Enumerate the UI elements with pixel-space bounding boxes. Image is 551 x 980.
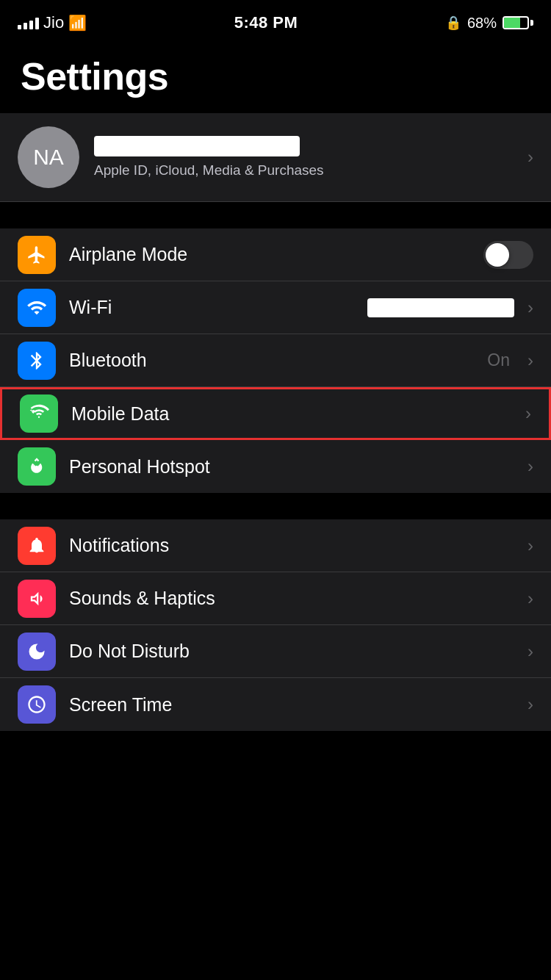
airplane-mode-toggle[interactable]: [483, 241, 533, 269]
notifications-label: Notifications: [69, 535, 514, 556]
wifi-value-bar: [367, 298, 514, 317]
personal-hotspot-label: Personal Hotspot: [69, 456, 514, 478]
carrier-name: Jio: [43, 13, 64, 32]
signal-bars: [18, 16, 39, 29]
screen-time-icon: [18, 685, 56, 724]
profile-row[interactable]: NA Apple ID, iCloud, Media & Purchases ›: [0, 113, 551, 202]
wifi-icon-setting: [18, 289, 56, 327]
do-not-disturb-chevron: ›: [527, 641, 533, 662]
do-not-disturb-icon: [18, 633, 56, 671]
airplane-mode-label: Airplane Mode: [69, 244, 470, 265]
system-group: Notifications › Sounds & Haptics › Do No…: [0, 519, 551, 731]
sounds-haptics-row[interactable]: Sounds & Haptics ›: [0, 572, 551, 625]
page-title: Settings: [21, 54, 530, 98]
mobile-data-chevron: ›: [525, 403, 531, 424]
do-not-disturb-label: Do Not Disturb: [69, 641, 514, 662]
mobile-data-icon: [20, 394, 58, 433]
signal-bar-4: [35, 18, 39, 29]
sounds-haptics-label: Sounds & Haptics: [69, 588, 514, 609]
profile-chevron: ›: [527, 147, 533, 167]
bluetooth-icon: [18, 342, 56, 380]
page-title-area: Settings: [0, 40, 551, 113]
personal-hotspot-chevron: ›: [527, 456, 533, 477]
sounds-haptics-icon: [18, 580, 56, 618]
profile-name-bar: [94, 136, 300, 156]
signal-bar-2: [24, 23, 27, 29]
personal-hotspot-icon: [18, 447, 56, 486]
toggle-thumb: [486, 243, 509, 267]
lock-icon: 🔒: [445, 15, 461, 31]
connectivity-group: Airplane Mode Wi-Fi › Bluetooth On ›: [0, 228, 551, 493]
profile-subtitle: Apple ID, iCloud, Media & Purchases: [94, 162, 513, 179]
screen-time-chevron: ›: [527, 694, 533, 715]
wifi-status-icon: 📶: [68, 14, 87, 32]
sounds-haptics-chevron: ›: [527, 588, 533, 609]
battery-icon: [503, 16, 533, 29]
bluetooth-chevron: ›: [527, 350, 533, 371]
bluetooth-row[interactable]: Bluetooth On ›: [0, 334, 551, 387]
battery-tip: [530, 20, 533, 26]
notifications-row[interactable]: Notifications ›: [0, 519, 551, 572]
spacer-1: [0, 202, 551, 228]
status-left: Jio 📶: [18, 13, 87, 32]
notifications-icon: [18, 527, 56, 565]
signal-bar-3: [29, 21, 33, 29]
battery-fill: [504, 18, 520, 28]
battery-percent: 68%: [467, 15, 497, 32]
screen-time-label: Screen Time: [69, 694, 514, 716]
mobile-data-row[interactable]: Mobile Data ›: [0, 387, 551, 440]
personal-hotspot-row[interactable]: Personal Hotspot ›: [0, 440, 551, 493]
notifications-chevron: ›: [527, 536, 533, 556]
avatar: NA: [18, 126, 79, 188]
status-right: 🔒 68%: [445, 15, 533, 32]
spacer-2: [0, 493, 551, 519]
mobile-data-label: Mobile Data: [71, 403, 512, 425]
profile-info: Apple ID, iCloud, Media & Purchases: [94, 136, 513, 179]
bluetooth-label: Bluetooth: [69, 350, 474, 371]
wifi-row[interactable]: Wi-Fi ›: [0, 281, 551, 334]
status-time: 5:48 PM: [234, 13, 298, 32]
airplane-mode-icon: [18, 236, 56, 274]
wifi-label: Wi-Fi: [69, 297, 354, 318]
status-bar: Jio 📶 5:48 PM 🔒 68%: [0, 0, 551, 40]
wifi-chevron: ›: [527, 298, 533, 318]
do-not-disturb-row[interactable]: Do Not Disturb ›: [0, 625, 551, 678]
signal-bar-1: [18, 25, 21, 29]
screen-time-row[interactable]: Screen Time ›: [0, 678, 551, 731]
bluetooth-value: On: [487, 350, 510, 370]
airplane-mode-row[interactable]: Airplane Mode: [0, 228, 551, 281]
